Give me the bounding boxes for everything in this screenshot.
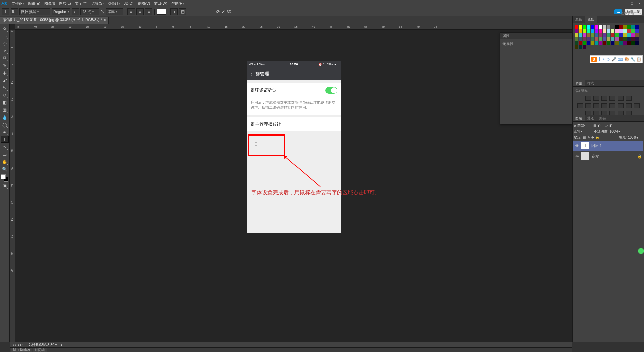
path-tool[interactable]: ↖ <box>1 143 9 150</box>
swatch-item[interactable] <box>579 41 582 45</box>
menu-filter[interactable]: 滤镜(T) <box>106 0 122 7</box>
swatch-item[interactable] <box>619 25 623 29</box>
workspace-menu-icon[interactable]: » <box>639 12 641 15</box>
swatch-item[interactable] <box>583 25 586 29</box>
swatch-item[interactable] <box>631 37 635 41</box>
layer-row-1[interactable]: 👁 T 图层 1 <box>573 141 643 151</box>
history-brush-tool[interactable]: ↺ <box>1 92 9 98</box>
tool-preset[interactable]: T <box>2 8 9 15</box>
swatch-item[interactable] <box>603 37 606 41</box>
swatch-item[interactable] <box>603 29 606 33</box>
status-menu-icon[interactable]: ▸ <box>61 343 63 347</box>
timeline-tab[interactable]: 时间轴 <box>33 348 47 352</box>
swatch-item[interactable] <box>603 41 606 45</box>
stamp-tool[interactable]: ⛏ <box>1 84 9 91</box>
zoom-level[interactable]: 33.33% <box>12 343 24 347</box>
swatch-item[interactable] <box>619 41 623 45</box>
swatch-item[interactable] <box>595 33 598 37</box>
swatch-item[interactable] <box>591 37 594 41</box>
hand-tool[interactable]: ✋ <box>1 158 9 165</box>
align-right[interactable]: ≡ <box>145 8 152 15</box>
swatch-item[interactable] <box>579 33 582 37</box>
tab-close-icon[interactable]: × <box>104 18 106 22</box>
visibility-icon[interactable]: 👁 <box>575 144 579 148</box>
swatch-item[interactable] <box>575 41 578 45</box>
layers-tab[interactable]: 图层 <box>573 115 585 121</box>
swatch-item[interactable] <box>627 25 631 29</box>
swatch-item[interactable] <box>615 41 619 45</box>
swatch-item[interactable] <box>611 29 614 33</box>
align-left[interactable]: ≡ <box>127 8 135 15</box>
paths-tab[interactable]: 路径 <box>597 115 609 121</box>
wand-tool[interactable]: ✧ <box>1 47 9 54</box>
filter-shape-icon[interactable]: ▱ <box>605 124 608 127</box>
fill-input[interactable]: 100%▾ <box>628 136 643 139</box>
maximize-button[interactable]: □ <box>629 1 635 5</box>
swatch-item[interactable] <box>575 25 578 29</box>
swatch-item[interactable] <box>603 33 606 37</box>
menu-type[interactable]: 文字(Y) <box>73 0 90 7</box>
swatch-item[interactable] <box>635 41 639 45</box>
swatch-item[interactable] <box>583 45 586 49</box>
swatch-item[interactable] <box>591 41 594 45</box>
pen-tool[interactable]: ✒ <box>1 129 9 135</box>
swatch-item[interactable] <box>611 33 614 37</box>
lock-all-icon[interactable]: 🔒 <box>595 136 599 139</box>
align-center[interactable]: ≡ <box>136 8 144 15</box>
swatch-item[interactable] <box>591 33 594 37</box>
menu-3d[interactable]: 3D(D) <box>122 1 136 6</box>
swatch-item[interactable] <box>599 25 602 29</box>
swatch-item[interactable] <box>623 37 627 41</box>
menu-select[interactable]: 选择(S) <box>89 0 106 7</box>
swatch-item[interactable] <box>579 29 582 33</box>
menu-edit[interactable]: 编辑(E) <box>26 0 42 7</box>
lock-transparent-icon[interactable]: ▦ <box>583 136 586 139</box>
swatch-item[interactable] <box>583 33 586 37</box>
swatch-item[interactable] <box>627 37 631 41</box>
green-avatar-icon[interactable] <box>638 248 644 254</box>
crop-tool[interactable]: ⧉ <box>1 55 9 61</box>
color-tab[interactable]: 颜色 <box>573 16 585 23</box>
swatch-item[interactable] <box>623 33 627 37</box>
swatch-item[interactable] <box>583 29 586 33</box>
swatch-item[interactable] <box>575 45 578 49</box>
swatch-item[interactable] <box>599 33 602 37</box>
ime-settings-icon[interactable]: 📋 <box>636 57 641 62</box>
type-tool[interactable]: T <box>1 136 9 143</box>
swatch-item[interactable] <box>595 37 598 41</box>
layer-name[interactable]: 背景 <box>591 154 599 159</box>
swatch-item[interactable] <box>579 37 582 41</box>
swatch-item[interactable] <box>575 29 578 33</box>
font-size-combo[interactable]: 48 点▾ <box>80 8 99 15</box>
antialias-combo[interactable]: 浑厚▾ <box>106 8 123 15</box>
filter-smart-icon[interactable]: ◧ <box>609 124 612 127</box>
swatch-item[interactable] <box>627 33 631 37</box>
swatch-item[interactable] <box>599 37 602 41</box>
swatch-item[interactable] <box>599 29 602 33</box>
ime-emoji-icon[interactable]: ☺ <box>606 57 610 62</box>
cancel-icon[interactable]: ⊘ <box>216 9 220 14</box>
swatch-item[interactable] <box>619 29 623 33</box>
menu-window[interactable]: 窗口(W) <box>152 0 169 7</box>
properties-tab[interactable]: 属性 <box>502 33 510 38</box>
swatch-item[interactable] <box>587 41 590 45</box>
swatch-item[interactable] <box>635 37 639 41</box>
swatch-item[interactable] <box>623 41 627 45</box>
properties-panel[interactable]: 属性 无属性 <box>500 32 572 124</box>
ime-voice-icon[interactable]: 🎤 <box>611 57 616 62</box>
minimize-button[interactable]: – <box>622 1 627 5</box>
swatches-tab[interactable]: 色板 <box>585 16 597 23</box>
swatch-item[interactable] <box>579 25 582 29</box>
swatch-item[interactable] <box>631 41 635 45</box>
swatch-item[interactable] <box>587 25 590 29</box>
swatch-item[interactable] <box>607 41 610 45</box>
close-button[interactable]: × <box>637 1 642 5</box>
filter-type-icon[interactable]: T <box>602 124 604 127</box>
document-tab[interactable]: 微信图片_20181015110058.jpg @ 33.3% (图层 1, R… <box>0 17 109 24</box>
swatch-item[interactable] <box>587 29 590 33</box>
swatch-item[interactable] <box>607 29 610 33</box>
channels-tab[interactable]: 通道 <box>585 115 597 121</box>
ime-punct-icon[interactable]: •› <box>603 57 605 62</box>
styles-tab[interactable]: 样式 <box>585 80 597 86</box>
menu-file[interactable]: 文件(F) <box>10 0 26 7</box>
